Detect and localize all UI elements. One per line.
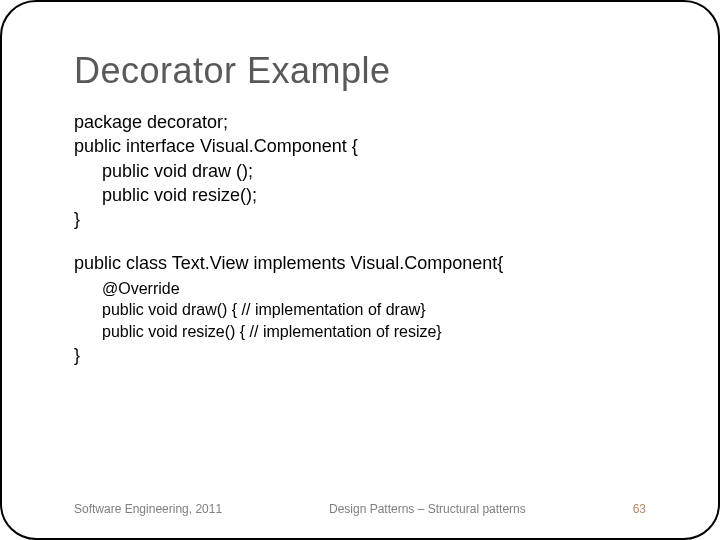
slide-frame: Decorator Example package decorator; pub… [0,0,720,540]
code-line: public void draw() { // implementation o… [74,299,646,321]
code-line: public void resize(); [74,183,646,207]
slide-title: Decorator Example [74,50,646,92]
code-line: @Override [74,278,646,300]
code-line: public class Text.View implements Visual… [74,253,503,273]
footer-center: Design Patterns – Structural patterns [222,502,633,516]
slide-footer: Software Engineering, 2011 Design Patter… [74,502,646,516]
code-block-class: public class Text.View implements Visual… [74,251,646,365]
code-block-interface: package decorator; public interface Visu… [74,110,646,231]
code-line: package decorator; [74,112,228,132]
code-line: public void resize() { // implementation… [74,321,646,343]
footer-left: Software Engineering, 2011 [74,502,222,516]
code-line: public interface Visual.Component { [74,136,358,156]
code-line: } [74,209,80,229]
code-line: } [74,345,646,366]
code-line: public void draw (); [74,159,646,183]
footer-page-number: 63 [633,502,646,516]
